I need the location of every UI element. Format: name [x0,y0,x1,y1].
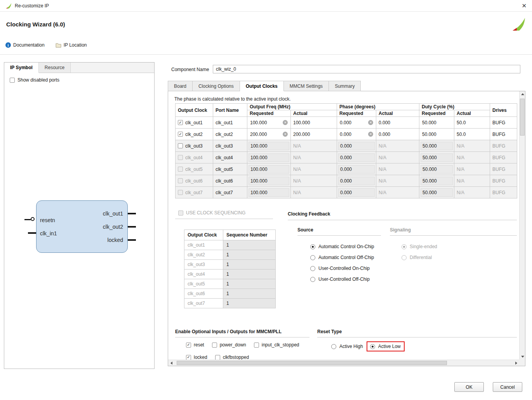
tab-output-clocks[interactable]: Output Clocks [240,81,284,91]
phase-actual-cell: N/A [376,140,419,152]
sequence-number-cell: 1 [223,240,276,250]
cancel-button[interactable]: Cancel [493,382,522,392]
duty-actual-cell: N/A [454,140,490,152]
tab-clocking-options[interactable]: Clocking Options [193,81,240,91]
freq-actual-cell: N/A [291,187,337,198]
duty-requested-field: 50.000 [421,165,453,174]
clear-icon[interactable]: ✕ [368,120,373,125]
phase-requested-field[interactable]: 0.000✕ [338,130,375,139]
radio-label: Single-ended [410,244,437,249]
horizontal-scrollbar[interactable] [168,360,519,366]
output-clock-checkbox[interactable]: ✓ [178,132,183,137]
freq-actual-cell: N/A [291,152,337,163]
app-icon [5,3,12,9]
scroll-right-button[interactable] [513,360,519,366]
freq-requested-field: 100.000 [249,142,289,150]
radio-label: Active Low [378,344,401,349]
sequence-clock-cell: clk_out5 [184,279,223,289]
radio-user-controlled-off-chip[interactable]: User-Controlled Off-Chip [310,274,374,285]
horizontal-scroll-thumb[interactable] [177,361,447,365]
ok-button[interactable]: OK [454,382,484,392]
locked-wire [128,239,136,241]
output-clock-checkbox[interactable] [178,155,183,160]
phase-requested-field[interactable]: 0.000✕ [338,118,375,127]
sequence-row: clk_out61 [184,289,276,299]
checkbox-icon: ✓ [186,355,191,360]
recustomize-ip-dialog: Re-customize IP ✕ Clocking Wizard (6.0) … [0,0,532,400]
drives-select[interactable]: BUFG [490,129,517,140]
vertical-scroll-thumb[interactable] [520,99,525,136]
checkbox-power-down[interactable]: power_down [212,342,246,348]
sequence-row: clk_out31 [184,260,276,270]
sequence-clock-cell: clk_out6 [184,289,223,299]
left-tab-ip-symbol[interactable]: IP Symbol [4,63,39,73]
tab-mmcm-settings[interactable]: MMCM Settings [284,81,329,91]
scroll-up-button[interactable] [520,91,525,97]
radio-single-ended: Single-ended [402,241,437,252]
drives-select[interactable]: BUFG [490,187,517,198]
col-duty-cycle: Duty Cycle (%) [419,104,490,110]
radio-label: Automatic Control Off-Chip [318,255,374,260]
ip-location-link[interactable]: IP Location [56,42,87,48]
freq-requested-field[interactable]: 100.000✕ [249,118,289,127]
phase-requested-field: 0.000 [338,188,375,197]
radio-automatic-control-off-chip[interactable]: Automatic Control Off-Chip [310,252,374,263]
drives-select[interactable]: BUFG [490,152,517,163]
sequence-clock-cell: clk_out3 [184,260,223,270]
left-tab-resource[interactable]: Resource [39,63,71,73]
output-clock-checkbox[interactable] [178,167,183,172]
checkbox-clkfbstopped[interactable]: clkfbstopped [215,355,249,360]
freq-requested-field[interactable]: 200.000✕ [249,130,289,139]
left-tab-bar: IP SymbolResource [4,63,154,73]
xilinx-logo [511,17,526,32]
sequence-number-cell: 1 [223,260,276,270]
output-clock-row: clk_out4clk_out4100.000N/A0.000N/A50.000… [176,152,517,163]
checkbox-locked[interactable]: ✓locked [186,355,207,360]
tab-summary[interactable]: Summary [329,81,361,91]
checkbox-reset[interactable]: ✓reset [186,342,204,348]
duty-actual-cell: N/A [454,152,490,163]
clear-icon[interactable]: ✕ [283,120,288,125]
output-clock-checkbox[interactable]: ✓ [178,120,183,125]
scroll-left-button[interactable] [168,360,174,366]
radio-active-high[interactable]: Active High [331,344,363,349]
close-icon[interactable]: ✕ [522,2,527,9]
scroll-down-button[interactable] [520,354,525,360]
show-disabled-ports-checkbox[interactable]: Show disabled ports [10,77,59,83]
component-name-input[interactable]: clk_wiz_0 [213,65,520,73]
vertical-scrollbar[interactable] [519,91,525,360]
radio-user-controlled-on-chip[interactable]: User-Controlled On-Chip [310,263,374,274]
documentation-link[interactable]: i Documentation [5,42,45,48]
radio-active-low[interactable]: Active Low [367,341,405,351]
drives-select[interactable]: BUFG [490,117,517,129]
tab-board[interactable]: Board [168,81,193,91]
port-label-clk-out2: clk_out2 [103,224,123,230]
drives-select[interactable]: BUFG [490,175,517,187]
clear-icon[interactable]: ✕ [283,132,288,137]
port-label-clk-out1: clk_out1 [103,210,123,217]
freq-requested-field: 100.000 [249,153,289,162]
output-clock-row: clk_out3clk_out3100.000N/A0.000N/A50.000… [176,140,517,152]
duty-requested-field[interactable]: 50.000 [421,118,453,127]
radio-label: User-Controlled Off-Chip [318,277,370,282]
output-clock-checkbox[interactable] [178,190,183,195]
duty-requested-field[interactable]: 50.000 [421,130,453,139]
clk-out2-wire [128,226,136,228]
signaling-title: Signaling [390,227,517,236]
clear-icon[interactable]: ✕ [368,132,373,137]
col-drives: Drives [490,104,517,117]
drives-select[interactable]: BUFG [490,140,517,152]
output-clock-checkbox[interactable] [178,143,183,148]
radio-label: Automatic Control On-Chip [318,244,374,249]
output-clock-checkbox[interactable] [178,178,183,183]
checkbox-label: clkfbstopped [223,355,249,360]
radio-automatic-control-on-chip[interactable]: Automatic Control On-Chip [310,241,374,252]
drives-select[interactable]: BUFG [490,163,517,175]
col-actual: Actual [376,110,419,117]
reset-type-title: Reset Type [317,329,517,337]
checkbox-input-clk-stopped[interactable]: input_clk_stopped [254,342,299,348]
signaling-radio-group: Single-endedDifferential [402,241,437,263]
sequence-number-cell: 1 [223,289,276,299]
radio-icon [370,344,375,349]
freq-actual-cell: N/A [291,175,337,187]
